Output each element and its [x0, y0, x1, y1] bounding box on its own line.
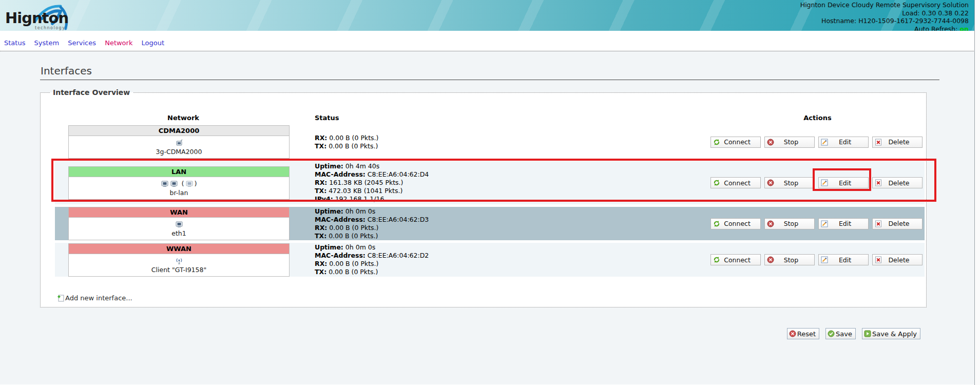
save-icon [828, 330, 835, 337]
status-cell: Uptime:0h 4m 40s MAC-Address:C8:EE:A6:04… [312, 162, 709, 203]
connect-button[interactable]: Connect [710, 218, 761, 229]
reset-button[interactable]: Reset [787, 328, 819, 339]
add-interface-icon [57, 294, 65, 302]
brand-tagline: technology [35, 26, 65, 30]
delete-icon [875, 139, 882, 146]
main-nav: Status System Services Network Logout [0, 31, 980, 51]
paren-close: ) [195, 180, 197, 187]
save-button[interactable]: Save [825, 328, 856, 339]
edit-button[interactable]: Edit [818, 177, 869, 188]
product-title: Hignton Device Cloudy Remote Supervisory… [800, 1, 969, 9]
interface-row-wan: WAN eth1 Uptime:0h 0m 0s MAC-Address:C8:… [55, 207, 925, 240]
modem-icon [175, 139, 183, 147]
network-box: CDMA2000 3g-CDMA2000 [68, 125, 290, 159]
column-header-network: Network [55, 114, 312, 122]
connect-icon [713, 179, 720, 186]
ethernet-icon [175, 220, 183, 228]
status-cell: RX:0.00 B (0 Pkts.) TX:0.00 B (0 Pkts.) [312, 134, 709, 150]
delete-icon [875, 256, 882, 263]
device-name: 3g-CDMA2000 [69, 148, 289, 156]
add-new-interface-link[interactable]: Add new interface... [57, 294, 155, 302]
delete-button[interactable]: Delete [872, 254, 923, 265]
stop-button[interactable]: Stop [764, 218, 815, 229]
network-box: WAN eth1 [68, 207, 290, 240]
paren-open: ( [179, 180, 184, 187]
actions-cell: Connect Stop Edit Delete [709, 218, 925, 229]
auto-refresh-status: on [960, 25, 969, 31]
nav-item-status[interactable]: Status [4, 39, 25, 47]
connect-button[interactable]: Connect [710, 177, 761, 188]
device-name: eth1 [69, 229, 289, 237]
stop-icon [767, 139, 774, 146]
connect-button[interactable]: Connect [710, 137, 761, 148]
network-name-badge: CDMA2000 [69, 126, 289, 136]
device-name: Client "GT-I9158" [69, 266, 289, 274]
save-apply-icon [864, 330, 871, 337]
stop-icon [767, 220, 774, 227]
save-apply-button[interactable]: Save & Apply [862, 328, 920, 339]
interface-table: Network Status Actions CDMA2000 [55, 111, 925, 277]
network-box: LAN ( ) br-lan [68, 166, 290, 200]
hignton-logo: Hignton technology [5, 2, 92, 30]
network-box: WWAN Client "GT-I9158" [68, 243, 290, 277]
edit-icon [821, 179, 828, 186]
auto-refresh-line: Auto Refresh:on [800, 25, 969, 31]
nav-item-network[interactable]: Network [105, 39, 132, 47]
app-header: Hignton technology Hignton Device Cloudy… [0, 0, 980, 31]
delete-icon [875, 220, 882, 227]
edit-button[interactable]: Edit [818, 218, 869, 229]
edit-icon [821, 256, 828, 263]
interface-row-lan: LAN ( ) br-lan [55, 161, 925, 204]
ethernet-icon [170, 180, 178, 188]
stop-button[interactable]: Stop [764, 137, 815, 148]
stop-button[interactable]: Stop [764, 177, 815, 188]
connect-icon [713, 139, 720, 146]
delete-icon [875, 179, 882, 186]
table-header-row: Network Status Actions [55, 111, 925, 124]
actions-cell: Connect Stop Edit Delete [709, 137, 925, 148]
edit-button[interactable]: Edit [818, 137, 869, 148]
column-header-actions: Actions [709, 114, 925, 122]
actions-cell: Connect Stop Edit Delete [709, 254, 925, 265]
interface-row-cdma2000: CDMA2000 3g-CDMA2000 RX:0.00 B (0 Pkts.)… [55, 125, 925, 159]
device-name: br-lan [69, 189, 289, 197]
connect-button[interactable]: Connect [710, 254, 761, 265]
wifi-icon [175, 257, 183, 265]
main-content: Interfaces Interface Overview Network St… [0, 51, 980, 384]
connect-icon [713, 220, 720, 227]
status-cell: Uptime:0h 0m 0s MAC-Address:C8:EE:A6:04:… [312, 207, 709, 240]
network-name-badge: LAN [69, 167, 289, 177]
page-title: Interfaces [40, 51, 939, 80]
hostname-line: Hostname:H120-1509-1617-2932-7744-0098 [800, 17, 969, 25]
ethernet-icon [185, 180, 194, 188]
nav-item-system[interactable]: System [34, 39, 59, 47]
nav-item-services[interactable]: Services [68, 39, 96, 47]
edit-icon [821, 139, 828, 146]
system-info: Hignton Device Cloudy Remote Supervisory… [800, 1, 969, 31]
brand-name: Hignton [5, 9, 68, 27]
column-header-status: Status [312, 114, 709, 122]
delete-button[interactable]: Delete [872, 177, 923, 188]
interface-row-wwan: WWAN Client "GT-I9158" Uptime:0h 0m 0s M… [55, 243, 925, 277]
stop-button[interactable]: Stop [764, 254, 815, 265]
edit-icon [821, 220, 828, 227]
load-line: Load:0.30 0.38 0.22 [800, 9, 969, 17]
nav-item-logout[interactable]: Logout [142, 39, 165, 47]
reset-icon [789, 330, 796, 337]
delete-button[interactable]: Delete [872, 137, 923, 148]
actions-cell: Connect Stop Edit Delete [709, 177, 925, 188]
connect-icon [713, 256, 720, 263]
ethernet-icon [161, 180, 169, 188]
status-cell: Uptime:0h 0m 0s MAC-Address:C8:EE:A6:04:… [312, 243, 709, 276]
network-name-badge: WWAN [69, 244, 289, 254]
footer-buttons: Reset Save Save & Apply [0, 328, 920, 340]
stop-icon [767, 256, 774, 263]
network-name-badge: WAN [69, 207, 289, 218]
stop-icon [767, 179, 774, 186]
interface-overview-section: Interface Overview Network Status Action… [40, 88, 927, 307]
edit-button[interactable]: Edit [818, 254, 869, 265]
delete-button[interactable]: Delete [872, 218, 923, 229]
scrollbar[interactable] [974, 0, 980, 385]
section-legend: Interface Overview [50, 88, 133, 97]
